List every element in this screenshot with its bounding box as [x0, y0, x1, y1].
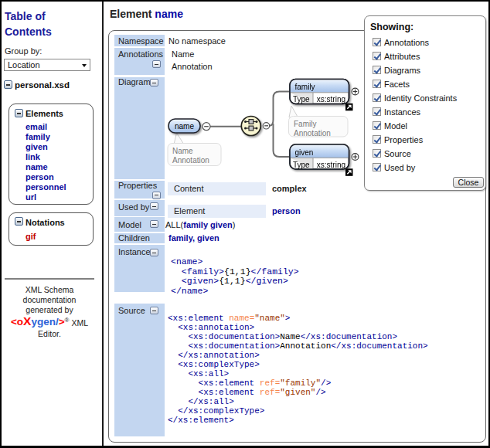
svg-text:Family: Family [294, 120, 316, 128]
svg-text:Type: Type [293, 95, 310, 104]
svg-text:Annotation: Annotation [294, 129, 331, 137]
svg-text:Type: Type [293, 161, 310, 169]
svg-text:family: family [295, 83, 315, 91]
svg-text:xs:string: xs:string [317, 161, 345, 169]
svg-text:xs:string: xs:string [317, 95, 345, 104]
svg-text:given: given [295, 148, 314, 157]
svg-text:name: name [175, 122, 194, 131]
svg-text:Annotation: Annotation [172, 156, 209, 165]
svg-text:Name: Name [172, 147, 193, 155]
